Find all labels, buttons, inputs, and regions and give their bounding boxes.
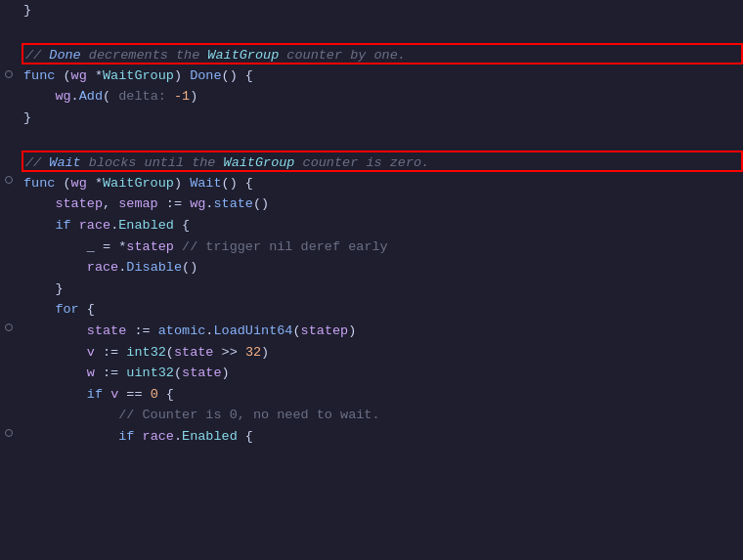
for-loop: for {	[22, 299, 743, 321]
gutter-line-25	[2, 506, 16, 528]
gutter-line-24	[2, 486, 16, 507]
gutter-line-13	[2, 253, 16, 275]
gutter-line-14	[2, 275, 16, 296]
w-decl: w := uint32(state)	[22, 363, 743, 384]
gutter-line-18	[2, 359, 16, 380]
if-race-enabled: if race.Enabled {	[22, 215, 743, 237]
gutter-line-10	[2, 190, 16, 211]
gutter-line-19	[2, 380, 16, 402]
gutter-line-3	[2, 42, 16, 64]
gutter-line-15	[2, 295, 16, 317]
gutter-line-20	[2, 401, 16, 422]
gutter-line-5	[2, 84, 16, 106]
code-line-close3: }	[22, 279, 743, 300]
gutter-line-11	[2, 211, 16, 233]
race-disable: race.Disable()	[22, 257, 743, 279]
gutter-line-17	[2, 338, 16, 360]
gutter-line-7	[2, 127, 16, 149]
empty-line-1	[22, 22, 743, 43]
deref-line: _ = *statep // trigger nil deref early	[22, 237, 743, 258]
empty-line-2	[22, 129, 743, 151]
gutter-line-4[interactable]	[2, 64, 16, 85]
gutter-line-1	[2, 0, 16, 22]
code-content: } // Done decrements the WaitGroup count…	[18, 0, 743, 560]
comment-done: // Done decrements the WaitGroup counter…	[22, 43, 743, 65]
gutter-line-12	[2, 233, 16, 254]
comment-counter-zero: // Counter is 0, no need to wait.	[22, 405, 743, 426]
gutter-line-16[interactable]	[2, 317, 16, 338]
if-v-zero: if v == 0 {	[22, 384, 743, 406]
gutter-line-2	[2, 22, 16, 43]
gutter-line-23	[2, 464, 16, 486]
gutter	[0, 0, 18, 560]
func-wait-decl: func (wg *WaitGroup) Wait() {	[22, 173, 743, 194]
gutter-line-9[interactable]	[2, 169, 16, 191]
gutter-line-21[interactable]	[2, 422, 16, 444]
gutter-line-26	[2, 528, 16, 549]
statep-decl: statep, semap := wg.state()	[22, 194, 743, 215]
code-line-close2: }	[22, 108, 743, 129]
state-load: state := atomic.LoadUint64(statep)	[22, 321, 743, 342]
gutter-line-22	[2, 443, 16, 464]
v-decl: v := int32(state >> 32)	[22, 342, 743, 364]
func-done-decl: func (wg *WaitGroup) Done() {	[22, 65, 743, 87]
code-line-close1: }	[22, 0, 743, 22]
comment-wait: // Wait blocks until the WaitGroup count…	[22, 151, 743, 172]
code-editor: } // Done decrements the WaitGroup count…	[0, 0, 743, 560]
gutter-line-8	[2, 148, 16, 169]
gutter-line-6	[2, 106, 16, 127]
if-race-enabled2: if race.Enabled {	[22, 426, 743, 448]
wg-add-call: wg.Add( delta: -1)	[22, 86, 743, 108]
